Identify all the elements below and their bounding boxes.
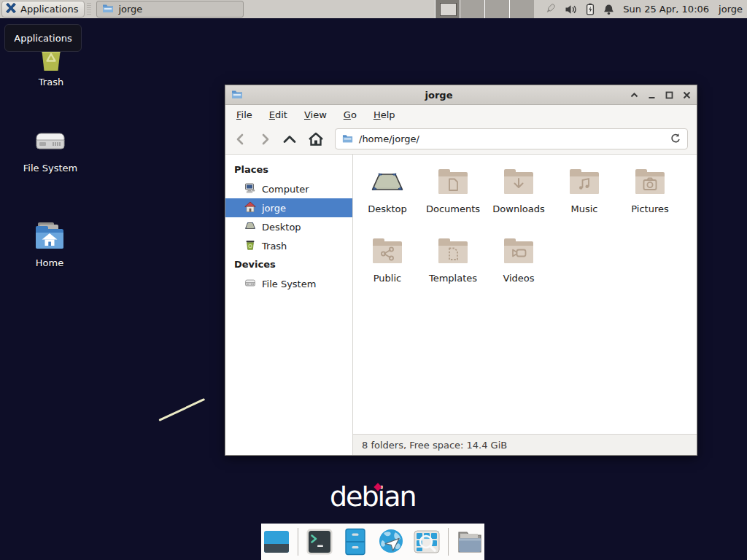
pictures-folder-icon — [632, 165, 667, 200]
path-text[interactable]: /home/jorge/ — [359, 133, 419, 144]
terminal-launcher[interactable] — [305, 527, 334, 556]
shade-button[interactable] — [630, 91, 638, 99]
file-item-label: Documents — [426, 203, 480, 214]
menu-file[interactable]: File — [236, 109, 252, 120]
application-finder-launcher[interactable] — [412, 527, 441, 556]
file-item-label: Downloads — [492, 203, 544, 214]
window-controls — [630, 91, 691, 99]
tablet-pen-icon[interactable] — [544, 3, 557, 15]
back-button[interactable] — [234, 133, 247, 146]
sidebar-places-header: Places — [225, 160, 352, 179]
home-folder-icon — [32, 219, 67, 254]
file-item-documents[interactable]: Documents — [420, 165, 486, 234]
workspace-4[interactable] — [509, 0, 534, 18]
panel-clock[interactable]: Sun 25 Apr, 10:06 — [623, 4, 709, 15]
dock-separator — [298, 528, 298, 556]
applications-tooltip: Applications — [4, 24, 82, 52]
battery-charging-icon[interactable] — [585, 3, 595, 15]
documents-folder-icon — [436, 165, 471, 200]
folder-launcher[interactable] — [455, 527, 484, 556]
xfce-logo-icon — [5, 2, 17, 16]
workspace-switcher — [435, 0, 534, 18]
notifications-bell-icon[interactable] — [603, 4, 614, 15]
sidebar-item-label: jorge — [262, 203, 286, 214]
taskbar-button-jorge[interactable]: jorge — [96, 1, 244, 18]
show-desktop-button[interactable] — [262, 527, 291, 556]
desktop-icon-label: File System — [15, 163, 85, 174]
workspace-1[interactable] — [435, 0, 460, 18]
file-manager-launcher[interactable] — [341, 527, 370, 556]
forward-button[interactable] — [258, 133, 271, 146]
debian-logo-text: debian — [330, 481, 416, 513]
computer-icon — [244, 182, 256, 196]
applications-menu-button[interactable]: Applications — [1, 1, 85, 18]
desktop-icon-home[interactable]: Home — [15, 219, 85, 268]
close-button[interactable] — [683, 91, 691, 99]
templates-folder-icon — [436, 234, 471, 269]
file-item-label: Videos — [503, 273, 534, 284]
panel-separator-handle[interactable] — [87, 3, 91, 15]
file-item-label: Public — [374, 273, 401, 284]
sidebar-item-jorge[interactable]: jorge — [225, 198, 352, 217]
file-item-public[interactable]: Public — [355, 234, 420, 303]
file-item-templates[interactable]: Templates — [420, 234, 486, 303]
sidebar-item-label: Desktop — [262, 222, 301, 233]
tooltip-text: Applications — [14, 33, 71, 44]
menubar: File Edit View Go Help — [225, 105, 697, 124]
file-manager-window: jorge File Edit View Go Help — [225, 85, 697, 456]
workspace-window-thumb — [440, 3, 457, 16]
file-item-music[interactable]: Music — [551, 165, 617, 234]
file-item-desktop[interactable]: Desktop — [355, 165, 420, 234]
file-item-label: Templates — [429, 273, 477, 284]
window-titlebar[interactable]: jorge — [225, 85, 697, 105]
desktop-icon-label: Home — [15, 257, 85, 268]
window-content: Places Computer jorge — [225, 155, 697, 455]
toolbar: /home/jorge/ — [225, 124, 697, 155]
videos-folder-icon — [501, 234, 536, 269]
path-folder-icon — [342, 133, 353, 146]
web-browser-launcher[interactable] — [376, 527, 406, 556]
dock — [261, 524, 484, 560]
trash-mini-icon — [244, 239, 256, 253]
workspace-3[interactable] — [484, 0, 509, 18]
desktop: Applications jorge — [0, 0, 747, 560]
sidebar-item-desktop[interactable]: Desktop — [225, 217, 352, 236]
menu-help[interactable]: Help — [374, 109, 395, 120]
sidebar-item-computer[interactable]: Computer — [225, 179, 352, 198]
downloads-folder-icon — [501, 165, 536, 200]
path-bar[interactable]: /home/jorge/ — [335, 128, 688, 149]
sidebar-item-trash[interactable]: Trash — [225, 236, 352, 255]
menu-view[interactable]: View — [304, 109, 327, 120]
menu-edit[interactable]: Edit — [269, 109, 287, 120]
panel-user-menu[interactable]: jorge — [719, 4, 743, 15]
volume-icon[interactable] — [565, 4, 577, 15]
up-button[interactable] — [282, 133, 297, 146]
menu-go[interactable]: Go — [344, 109, 357, 120]
applications-menu-label: Applications — [20, 4, 78, 15]
sidebar-item-file-system[interactable]: File System — [225, 274, 352, 293]
file-item-label: Music — [571, 203, 598, 214]
sidebar: Places Computer jorge — [225, 155, 353, 455]
statusbar-text: 8 folders, Free space: 14.4 GiB — [362, 440, 507, 451]
workspace-2[interactable] — [460, 0, 484, 18]
system-tray — [544, 3, 614, 15]
taskbar-button-label: jorge — [118, 4, 142, 15]
desktop-mini-icon — [244, 220, 256, 234]
minimize-button[interactable] — [648, 91, 656, 99]
dock-separator — [448, 528, 449, 556]
window-folder-icon — [231, 88, 243, 102]
sidebar-devices-header: Devices — [225, 255, 352, 274]
reload-icon[interactable] — [670, 133, 681, 146]
file-pane: Desktop Documents Downloads — [353, 155, 697, 455]
sidebar-item-label: File System — [262, 279, 316, 289]
music-folder-icon — [567, 165, 602, 200]
file-item-downloads[interactable]: Downloads — [486, 165, 551, 234]
desktop-icon-file-system[interactable]: File System — [15, 124, 85, 174]
maximize-button[interactable] — [665, 91, 673, 99]
file-item-videos[interactable]: Videos — [486, 234, 551, 303]
sidebar-item-label: Trash — [262, 241, 287, 252]
file-item-pictures[interactable]: Pictures — [617, 165, 683, 234]
window-title: jorge — [247, 90, 630, 101]
debian-logo: debian — [330, 483, 416, 510]
home-button[interactable] — [308, 132, 324, 147]
